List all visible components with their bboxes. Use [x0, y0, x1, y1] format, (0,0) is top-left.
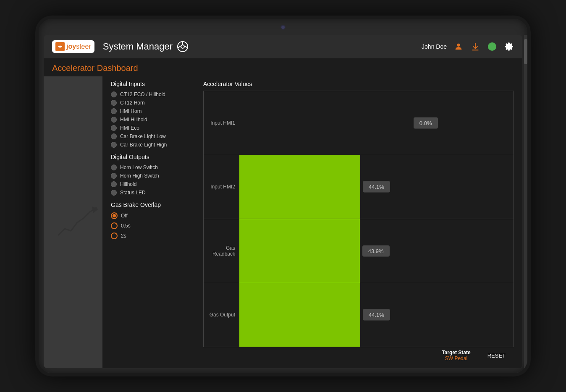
digital-inputs-title: Digital Inputs — [111, 81, 195, 87]
gas-brake-title: Gas Brake Overlap — [111, 201, 195, 208]
item-label: Car Brake Light High — [120, 142, 167, 148]
radio-button-05s[interactable] — [111, 222, 118, 229]
bar-value-hmi1: 0.0% — [414, 117, 438, 128]
digital-outputs-title: Digital Outputs — [111, 154, 195, 160]
item-label: CT12 Horn — [120, 100, 145, 106]
camera — [280, 25, 286, 30]
person-icon[interactable] — [453, 42, 464, 52]
item-label: Status LED — [120, 190, 146, 196]
digital-inputs-list: CT12 ECO / Hillhold CT12 Horn HMI Horn — [111, 91, 195, 148]
bar-fill-green-readback — [239, 219, 360, 283]
header: joysteer System Manager John Doe — [44, 35, 522, 58]
radio-button-off[interactable] — [111, 212, 118, 219]
list-item: HMI Horn — [111, 108, 195, 114]
list-item: Status LED — [111, 190, 195, 196]
indicator-dot — [111, 190, 117, 196]
page-title: Accelerator Dashboard — [44, 58, 522, 76]
item-label: Horn Low Switch — [120, 165, 158, 170]
bar-label-gas-readback: Gas Readback — [204, 245, 239, 257]
list-item: HMI Hillhold — [111, 117, 195, 123]
car-brake-light-low-label: Car Brake Light Low — [120, 133, 166, 139]
indicator-dot — [111, 133, 117, 139]
digital-outputs-list: Horn Low Switch Horn High Switch Hillhol… — [111, 165, 195, 196]
indicator-dot — [111, 173, 117, 179]
radio-label-off: Off — [121, 213, 128, 219]
radio-selected-indicator — [113, 214, 116, 217]
item-label: HMI Hillhold — [120, 117, 147, 123]
list-item: Horn Low Switch — [111, 165, 195, 170]
bar-track-gas-readback: 43.9% — [239, 219, 514, 283]
bar-row-gas-output: Gas Output 44.1% — [204, 283, 514, 347]
gas-brake-overlap-section: Gas Brake Overlap Off — [111, 201, 195, 239]
list-item: CT12 Horn — [111, 100, 195, 106]
download-icon[interactable] — [470, 42, 480, 52]
list-item: HMI Eco — [111, 125, 195, 131]
indicator-dot — [111, 91, 117, 97]
tablet-screen: joysteer System Manager John Doe — [44, 35, 522, 368]
left-panel: Digital Inputs CT12 ECO / Hillhold CT12 … — [111, 81, 195, 364]
item-label: HMI Eco — [120, 125, 139, 131]
bar-label-hmi1: Input HMI1 — [204, 120, 239, 126]
indicator-dot — [111, 165, 117, 170]
gas-brake-options: Off 0.5s 2s — [111, 212, 195, 239]
list-item: CT12 ECO / Hillhold — [111, 91, 195, 97]
item-label: Horn High Switch — [120, 173, 159, 179]
digital-inputs-section: Digital Inputs CT12 ECO / Hillhold CT12 … — [111, 81, 195, 148]
main-content: Accelerator Dashboard — [44, 58, 522, 368]
item-label: CT12 ECO / Hillhold — [120, 91, 165, 97]
list-item: Car Brake Light Low — [111, 133, 195, 139]
svg-line-4 — [185, 46, 188, 48]
svg-point-1 — [181, 45, 184, 48]
list-item: Car Brake Light High — [111, 142, 195, 148]
sidebar — [44, 76, 102, 368]
bar-value-hmi2: 44.1% — [363, 181, 390, 193]
bars-container: Input HMI1 0.0% Input HMI2 — [203, 91, 514, 347]
bar-row-hmi2: Input HMI2 44.1% — [204, 155, 514, 220]
header-actions: John Doe — [422, 42, 514, 52]
bar-track-gas-output: 44.1% — [239, 283, 514, 347]
tablet-frame: joysteer System Manager John Doe — [35, 16, 531, 376]
radio-option-2s[interactable]: 2s — [111, 233, 195, 239]
user-name: John Doe — [422, 43, 447, 50]
indicator-dot — [111, 108, 117, 114]
accelerator-values-title: Accelerator Values — [203, 81, 514, 87]
radio-option-05s[interactable]: 0.5s — [111, 222, 195, 229]
target-state-display: Target State SW Pedal — [442, 350, 470, 361]
bar-fill-green-output — [239, 283, 360, 347]
bar-row-hmi1: Input HMI1 0.0% — [204, 91, 514, 155]
item-label: HMI Horn — [120, 108, 142, 114]
reset-button[interactable]: RESET — [487, 353, 506, 359]
bar-fill-hmi1 — [239, 91, 514, 155]
radio-label-2s: 2s — [121, 233, 126, 239]
gear-icon[interactable] — [504, 42, 514, 52]
logo-text: joysteer — [66, 43, 91, 50]
right-panel: Accelerator Values Input HMI1 0.0% — [203, 81, 514, 364]
svg-point-5 — [457, 44, 460, 47]
radio-button-2s[interactable] — [111, 233, 118, 239]
indicator-dot — [111, 125, 117, 131]
radio-label-05s: 0.5s — [121, 223, 131, 229]
bar-track-hmi1: 0.0% — [239, 91, 514, 155]
scrollbar-thumb[interactable] — [524, 39, 527, 64]
logo: joysteer — [52, 40, 94, 53]
bar-label-hmi2: Input HMI2 — [204, 184, 239, 190]
indicator-dot — [111, 117, 117, 123]
bottom-status-bar: Target State SW Pedal RESET — [203, 347, 514, 364]
target-state-value: SW Pedal — [445, 355, 467, 361]
bar-fill-green-hmi2 — [239, 155, 360, 219]
target-state-label: Target State — [442, 350, 470, 355]
radio-option-off[interactable]: Off — [111, 212, 195, 219]
svg-line-3 — [178, 46, 181, 48]
item-label: Hillhold — [120, 181, 136, 187]
bar-row-gas-readback: Gas Readback 43.9% — [204, 219, 514, 283]
scrollbar[interactable] — [524, 35, 527, 373]
list-item: Hillhold — [111, 181, 195, 187]
logo-icon — [55, 42, 65, 51]
indicator-dot — [111, 181, 117, 187]
svg-marker-6 — [92, 206, 98, 213]
dashboard: Digital Inputs CT12 ECO / Hillhold CT12 … — [102, 76, 522, 368]
status-indicator — [487, 42, 497, 52]
list-item: Horn High Switch — [111, 173, 195, 179]
indicator-dot — [111, 142, 117, 148]
app-title: System Manager — [103, 41, 422, 52]
